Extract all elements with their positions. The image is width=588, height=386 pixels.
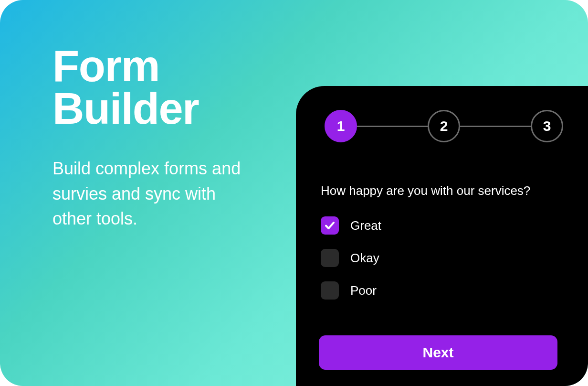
- step-line: [460, 126, 531, 127]
- check-icon: [324, 220, 336, 231]
- next-button[interactable]: Next: [319, 335, 557, 370]
- option-label: Poor: [350, 283, 377, 298]
- hero-section: Form Builder Build complex forms and sur…: [52, 45, 258, 231]
- step-3[interactable]: 3: [531, 110, 563, 142]
- step-line: [357, 126, 428, 127]
- step-2[interactable]: 2: [428, 110, 460, 142]
- form-builder-card: Form Builder Build complex forms and sur…: [0, 0, 588, 386]
- option-label: Great: [350, 218, 381, 233]
- checkbox-poor[interactable]: [321, 281, 339, 300]
- survey-options: Great Okay Poor: [321, 216, 567, 300]
- survey-panel: 1 2 3 How happy are you with our service…: [296, 86, 588, 386]
- hero-subtitle: Build complex forms and survies and sync…: [52, 156, 258, 231]
- stepper: 1 2 3: [321, 110, 567, 142]
- option-label: Okay: [350, 251, 379, 266]
- checkbox-okay[interactable]: [321, 249, 339, 267]
- option-great[interactable]: Great: [321, 216, 567, 235]
- option-poor[interactable]: Poor: [321, 281, 567, 300]
- checkbox-great[interactable]: [321, 216, 339, 235]
- survey-question: How happy are you with our services?: [321, 183, 567, 198]
- hero-title: Form Builder: [52, 45, 258, 130]
- option-okay[interactable]: Okay: [321, 249, 567, 267]
- step-1[interactable]: 1: [325, 110, 357, 142]
